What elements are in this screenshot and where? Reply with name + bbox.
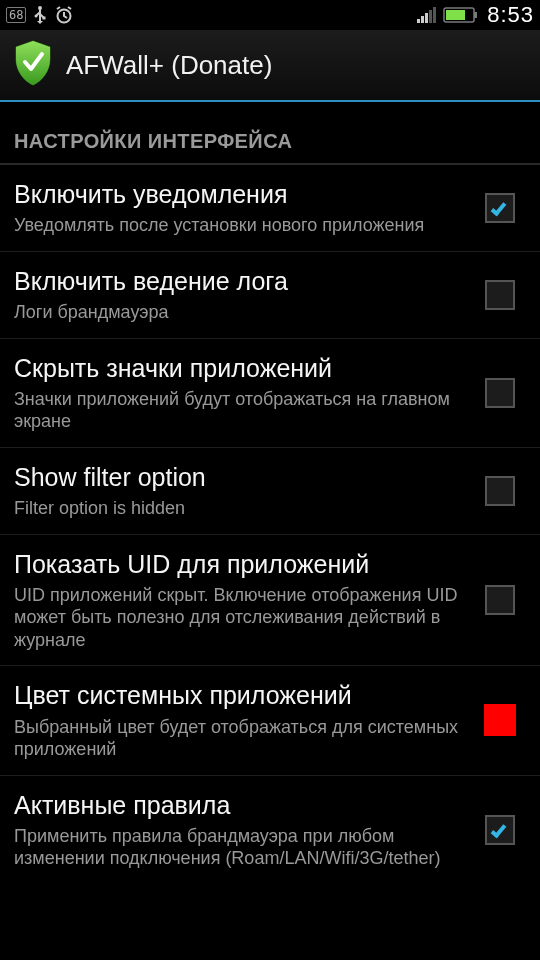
setting-title: Включить уведомления — [14, 179, 462, 210]
setting-subtitle: Применить правила брандмауэра при любом … — [14, 825, 462, 870]
alarm-icon — [54, 5, 74, 25]
signal-icon — [415, 5, 439, 25]
setting-show-uid[interactable]: Показать UID для приложений UID приложен… — [0, 535, 540, 667]
checkbox[interactable] — [485, 476, 515, 506]
svg-rect-5 — [417, 19, 420, 23]
setting-hide-app-icons[interactable]: Скрыть значки приложений Значки приложен… — [0, 339, 540, 448]
checkbox[interactable] — [485, 378, 515, 408]
checkbox[interactable] — [485, 815, 515, 845]
app-title: AFWall+ (Donate) — [66, 50, 272, 81]
svg-rect-12 — [446, 10, 465, 20]
setting-enable-logging[interactable]: Включить ведение лога Логи брандмауэра — [0, 252, 540, 339]
status-clock: 8:53 — [487, 2, 534, 28]
setting-subtitle: Filter option is hidden — [14, 497, 462, 520]
setting-title: Активные правила — [14, 790, 462, 821]
color-swatch[interactable] — [483, 703, 517, 737]
setting-subtitle: Выбранный цвет будет отображаться для си… — [14, 716, 462, 761]
setting-show-filter-option[interactable]: Show filter option Filter option is hidd… — [0, 448, 540, 535]
checkbox[interactable] — [485, 280, 515, 310]
battery-icon — [443, 6, 479, 24]
setting-subtitle: Логи брандмауэра — [14, 301, 462, 324]
svg-point-2 — [35, 15, 38, 18]
action-bar: AFWall+ (Donate) — [0, 30, 540, 102]
setting-title: Цвет системных приложений — [14, 680, 462, 711]
setting-subtitle: UID приложений скрыт. Включение отображе… — [14, 584, 462, 652]
settings-list: Включить уведомления Уведомлять после ус… — [0, 165, 540, 884]
svg-rect-6 — [421, 16, 424, 23]
status-right: 8:53 — [415, 2, 534, 28]
setting-title: Показать UID для приложений — [14, 549, 462, 580]
battery-percent-box: 68 — [6, 7, 26, 23]
checkbox[interactable] — [485, 193, 515, 223]
svg-rect-9 — [433, 7, 436, 23]
setting-title: Включить ведение лога — [14, 266, 462, 297]
svg-rect-7 — [425, 13, 428, 23]
setting-system-app-color[interactable]: Цвет системных приложений Выбранный цвет… — [0, 666, 540, 775]
checkbox[interactable] — [485, 585, 515, 615]
setting-subtitle: Значки приложений будут отображаться на … — [14, 388, 462, 433]
svg-rect-11 — [474, 12, 477, 18]
section-header-interface: НАСТРОЙКИ ИНТЕРФЕЙСА — [0, 102, 540, 159]
status-left: 68 — [6, 5, 74, 25]
svg-rect-3 — [43, 17, 46, 20]
setting-active-rules[interactable]: Активные правила Применить правила бранд… — [0, 776, 540, 884]
svg-rect-8 — [429, 10, 432, 23]
setting-title: Show filter option — [14, 462, 462, 493]
app-shield-icon — [12, 39, 54, 91]
usb-icon — [32, 5, 48, 25]
setting-title: Скрыть значки приложений — [14, 353, 462, 384]
setting-subtitle: Уведомлять после установки нового прилож… — [14, 214, 462, 237]
status-bar: 68 8:53 — [0, 0, 540, 30]
setting-enable-notifications[interactable]: Включить уведомления Уведомлять после ус… — [0, 165, 540, 252]
